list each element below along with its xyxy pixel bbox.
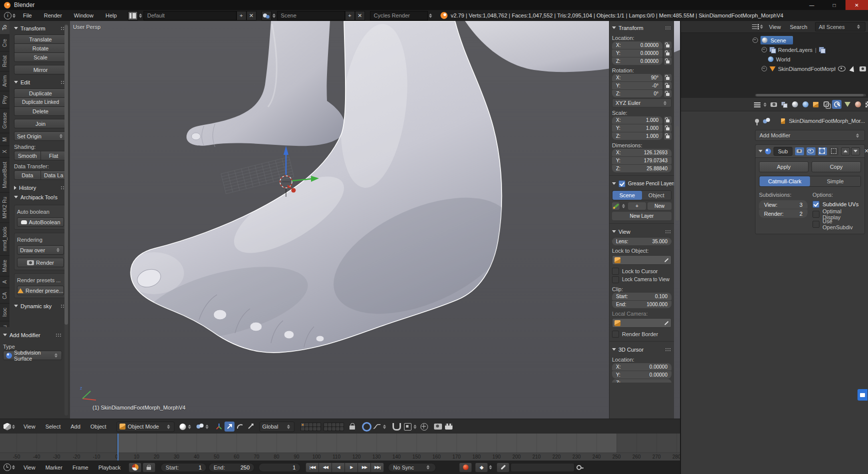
- panel-grip-icon[interactable]: [665, 26, 672, 29]
- playback-button[interactable]: ◀: [332, 463, 345, 473]
- lock-icon[interactable]: [664, 132, 672, 140]
- snap-magnet-icon[interactable]: [392, 423, 401, 431]
- tool-shelf-tab[interactable]: Isoc: [0, 304, 10, 321]
- falloff-dropdown[interactable]: [373, 424, 388, 430]
- move-modifier-up-button[interactable]: [841, 147, 850, 155]
- scene-browse-icon[interactable]: [262, 11, 272, 20]
- outliner-display-dropdown[interactable]: All Scenes: [815, 22, 866, 31]
- rotation-mode-dropdown[interactable]: XYZ Euler: [612, 98, 672, 107]
- delete-modifier-button[interactable]: ✕: [864, 148, 868, 154]
- playback-button[interactable]: ▶▶: [358, 463, 371, 473]
- eyedropper-icon[interactable]: [664, 321, 668, 325]
- scale-field[interactable]: X:1.000: [612, 116, 662, 124]
- clip-start-field[interactable]: Start:0.100: [612, 293, 672, 300]
- subdivide-uvs-checkbox[interactable]: [812, 201, 820, 208]
- viewport-shading-dropdown[interactable]: [180, 424, 192, 430]
- active-keying-set-field[interactable]: [510, 463, 574, 472]
- current-frame-indicator[interactable]: [118, 434, 118, 461]
- cursor-field[interactable]: Y:0.00000: [612, 371, 672, 379]
- location-field[interactable]: Z:0.00000: [612, 57, 662, 65]
- object-data-tab-icon[interactable]: [842, 100, 852, 109]
- lock-time-icon[interactable]: [142, 463, 156, 473]
- scale-field[interactable]: Z:1.000: [612, 132, 662, 140]
- lock-icon[interactable]: [664, 116, 672, 124]
- lock-to-object-field[interactable]: [612, 255, 672, 265]
- simple-button[interactable]: Simple: [810, 176, 860, 186]
- draw-over-dropdown[interactable]: Draw over: [17, 245, 64, 255]
- menubar-menu[interactable]: File: [17, 12, 38, 18]
- tool-shelf-tab[interactable]: To: [0, 21, 10, 35]
- grease-new-button[interactable]: New: [648, 202, 672, 210]
- dropdown-arrows-icon[interactable]: [622, 204, 626, 208]
- keying-pen-button[interactable]: [496, 463, 510, 473]
- rotate-button[interactable]: Rotate: [14, 43, 67, 53]
- key-icon[interactable]: [576, 465, 582, 470]
- timeline-menu[interactable]: View: [18, 465, 40, 471]
- timeline-menu[interactable]: Marker: [40, 465, 68, 471]
- tool-shelf-tab[interactable]: A: [0, 276, 10, 288]
- scale-manipulator-button[interactable]: [246, 422, 256, 432]
- clip-end-field[interactable]: End:1000.000: [612, 301, 672, 308]
- render-border-checkbox[interactable]: [612, 331, 619, 338]
- viewport-canvas[interactable]: z: [70, 21, 680, 419]
- grease-object-tab[interactable]: Object: [642, 191, 672, 200]
- info-editor-icon[interactable]: i: [4, 12, 12, 19]
- lock-icon[interactable]: [664, 124, 672, 132]
- outliner-row-object[interactable]: SkinDiamondFootMorph_M: [681, 64, 868, 73]
- collapse-icon[interactable]: [762, 47, 767, 52]
- copy-button[interactable]: Copy: [812, 161, 861, 172]
- tool-shelf-tab[interactable]: X: [0, 146, 10, 158]
- dynamic-sky-panel-header[interactable]: Dynamic sky: [14, 301, 67, 311]
- timeline-menu[interactable]: Frame: [68, 465, 94, 471]
- editor-type-arrows-icon[interactable]: [12, 425, 16, 429]
- view-panel-header[interactable]: View: [612, 227, 672, 236]
- outliner-hscrollbar[interactable]: [755, 94, 866, 96]
- panel-grip-icon[interactable]: [56, 333, 62, 337]
- tool-shelf-tab[interactable]: Make: [0, 256, 10, 276]
- dimension-field[interactable]: Y:179.07343: [612, 157, 672, 164]
- editor-type-arrows-icon[interactable]: [12, 465, 16, 470]
- timeline-menu[interactable]: Playback: [94, 465, 126, 471]
- grease-pencil-draw-icon[interactable]: [612, 202, 620, 210]
- tool-shelf-tab[interactable]: Anim: [0, 71, 10, 91]
- mirror-button[interactable]: Mirror: [14, 65, 67, 74]
- system-tray-popup-icon[interactable]: [858, 389, 868, 401]
- timeline-track[interactable]: [0, 434, 680, 453]
- outliner-row-world[interactable]: World: [681, 54, 868, 64]
- dimension-field[interactable]: X:126.12693: [612, 149, 672, 156]
- object-tab-icon[interactable]: [811, 100, 820, 109]
- rotate-manipulator-button[interactable]: [235, 422, 245, 432]
- eyedropper-icon[interactable]: [664, 258, 668, 262]
- playback-button[interactable]: |◀◀: [306, 463, 319, 473]
- translate-manipulator-button[interactable]: [224, 422, 234, 432]
- lock-camera-checkbox[interactable]: [612, 276, 619, 283]
- viewport-menu[interactable]: Object: [86, 424, 112, 430]
- editor-type-arrows-icon[interactable]: [760, 24, 764, 29]
- panel-grip-icon[interactable]: [665, 348, 672, 351]
- opengl-render-anim-icon[interactable]: [445, 424, 452, 430]
- tool-shelf-tab[interactable]: MHX2 Ru: [0, 193, 10, 223]
- lock-icon[interactable]: [664, 49, 672, 57]
- close-button[interactable]: ✕: [846, 0, 868, 10]
- tool-shelf-tab[interactable]: Relat: [0, 51, 10, 71]
- pin-icon[interactable]: [755, 119, 759, 123]
- opengl-render-icon[interactable]: [434, 424, 442, 430]
- grease-pencil-header[interactable]: Grease Pencil Layers: [612, 179, 672, 188]
- timeline-ruler[interactable]: -50-40-30-20-100102030405060708090100110…: [0, 453, 680, 461]
- cursor-field[interactable]: X:0.00000: [612, 363, 672, 371]
- editor-type-timeline-icon[interactable]: [4, 464, 11, 471]
- join-button[interactable]: Join: [14, 119, 67, 128]
- layers-widget[interactable]: [300, 423, 344, 431]
- add-layout-button[interactable]: +: [236, 11, 246, 20]
- transform-panel-header[interactable]: Transform: [14, 23, 67, 33]
- lock-to-cursor-checkbox[interactable]: [612, 268, 619, 275]
- pivot-dropdown[interactable]: [196, 424, 210, 430]
- tool-shelf-scrollbar[interactable]: [64, 24, 68, 416]
- tool-shelf-tab[interactable]: DAZ Ru: [0, 321, 10, 327]
- layout-name-field[interactable]: Default: [144, 11, 236, 20]
- location-field[interactable]: X:0.00000: [612, 41, 662, 49]
- optimal-display-checkbox[interactable]: [812, 211, 820, 218]
- playback-button[interactable]: ◀◀: [318, 463, 332, 473]
- mode-dropdown[interactable]: Object Mode: [116, 422, 174, 432]
- render-button[interactable]: Render: [17, 258, 64, 267]
